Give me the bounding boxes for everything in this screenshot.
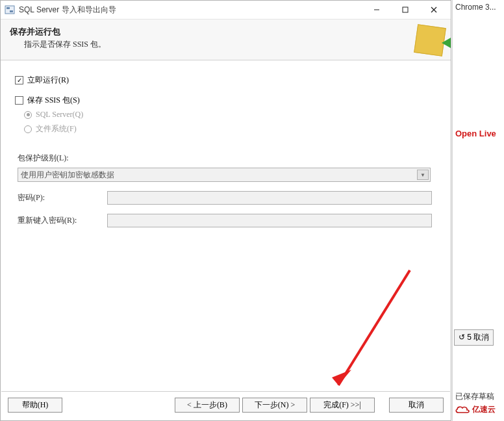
close-button[interactable] [420,1,448,19]
titlebar: SQL Server 导入和导出向导 [1,1,451,19]
chevron-down-icon: ▼ [417,170,429,180]
window-title: SQL Server 导入和导出向导 [19,5,116,16]
svg-line-7 [338,270,410,385]
svg-rect-0 [5,6,14,14]
page-title: 保存并运行包 [10,26,442,38]
browser-sidebar: Chrome 3... Open Live ↺ 5 取消 已保存草稿 亿速云 [452,0,504,421]
chrome-tab[interactable]: Chrome 3... [453,0,504,14]
wizard-footer: 帮助(H) < 上一步(B) 下一步(N) > 完成(F) >>| 取消 [1,391,450,418]
open-live-link[interactable]: Open Live [453,129,504,138]
password-confirm-input [107,214,432,227]
target-sqlserver-radio: SQL Server(Q) [24,110,436,120]
svg-rect-1 [6,7,10,9]
target-filesystem-radio: 文件系统(F) [24,123,436,134]
run-now-checkbox[interactable]: 立即运行(R) [15,75,436,86]
help-button[interactable]: 帮助(H) [8,398,62,413]
minimize-button[interactable] [362,1,391,19]
svg-marker-8 [332,370,351,385]
target-sqlserver-label: SQL Server(Q) [36,110,83,120]
brand-logo[interactable]: 亿速云 [453,403,504,415]
checkbox-icon [15,96,23,105]
run-now-label: 立即运行(R) [27,75,69,86]
radio-icon [24,111,32,119]
annotation-arrow [325,267,429,397]
password-label: 密码(P): [18,192,105,203]
svg-rect-2 [10,10,13,12]
undo-button[interactable]: ↺ 5 取消 [454,329,494,346]
password-input [107,191,432,205]
maximize-button[interactable] [391,1,420,19]
svg-rect-4 [403,7,408,12]
finish-button[interactable]: 完成(F) >>| [310,398,375,413]
protection-level-value: 使用用户密钥加密敏感数据 [21,170,114,181]
save-ssis-label: 保存 SSIS 包(S) [27,95,80,106]
target-filesystem-label: 文件系统(F) [36,123,77,134]
brand-text: 亿速云 [472,404,496,415]
protection-level-select: 使用用户密钥加密敏感数据 ▼ [18,168,431,182]
save-ssis-checkbox[interactable]: 保存 SSIS 包(S) [15,95,436,106]
next-button[interactable]: 下一步(N) > [242,398,307,413]
cloud-icon [454,403,471,415]
checkbox-icon [15,76,23,84]
wizard-header: 保存并运行包 指示是否保存 SSIS 包。 [1,19,451,60]
back-button[interactable]: < 上一步(B) [175,398,240,413]
protection-level-label: 包保护级别(L): [18,153,436,164]
wizard-window: SQL Server 导入和导出向导 保存并运行包 指示是否保存 SSIS 包。… [0,0,451,421]
radio-icon [24,125,32,133]
password-confirm-label: 重新键入密码(R): [18,215,105,226]
app-icon [5,5,15,15]
saved-draft-label: 已保存草稿 [453,391,504,402]
content-area: 立即运行(R) 保存 SSIS 包(S) SQL Server(Q) 文件系统(… [1,60,451,227]
cancel-button[interactable]: 取消 [389,398,444,413]
arrow-icon [442,38,451,48]
page-subtitle: 指示是否保存 SSIS 包。 [10,39,442,50]
